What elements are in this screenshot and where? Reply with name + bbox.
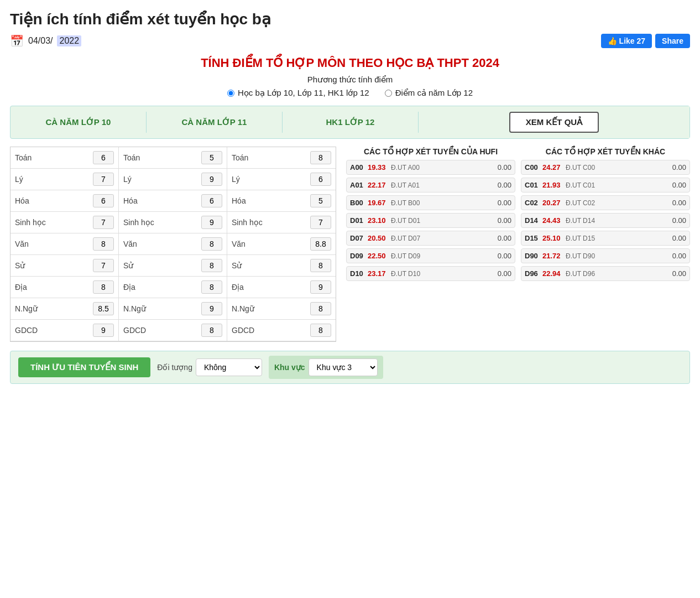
result-item-other-D96: D96 22.94 Đ.UT D96 0.00 — [521, 266, 690, 281]
date-text: 04/03/ — [28, 36, 53, 46]
result-dut-label: Đ.UT C02 — [566, 199, 666, 207]
main-title: TÍNH ĐIỂM TỔ HỢP MÔN THEO HỌC BẠ THPT 20… — [10, 56, 690, 70]
subj-name: Địa — [15, 283, 90, 292]
bottom-row: TÍNH ƯU TIÊN TUYỂN SINH Đối tượng KhôngƯ… — [10, 351, 690, 384]
doi-tuong-label: Đối tượng — [157, 363, 192, 372]
result-code: D10 — [350, 269, 365, 278]
subj-name: GDCD — [15, 326, 90, 335]
date-section: 📅 04/03/2022 — [10, 34, 81, 48]
subj-val-lop10[interactable] — [93, 194, 114, 207]
result-item-other-D90: D90 21.72 Đ.UT D90 0.00 — [521, 248, 690, 263]
subj-val-lop11[interactable] — [201, 280, 222, 294]
radio-input-2[interactable] — [385, 90, 392, 97]
subj-val-lop10[interactable] — [93, 216, 114, 229]
subj-cell-lop10-N.Ngữ: N.Ngữ — [11, 298, 119, 320]
subj-val-hk1[interactable] — [310, 259, 331, 272]
result-dut-val: 0.00 — [494, 269, 511, 278]
result-item-other-C01: C01 21.93 Đ.UT C01 0.00 — [521, 178, 690, 193]
radio-option-1[interactable]: Học bạ Lớp 10, Lớp 11, HK1 lớp 12 — [227, 88, 369, 98]
result-score: 21.72 — [542, 252, 563, 260]
subj-cell-lop10-Hóa: Hóa — [11, 190, 119, 212]
subj-val-lop10[interactable] — [93, 302, 114, 315]
doi-tuong-group: Đối tượng KhôngƯu tiên 1Ưu tiên 2 — [157, 358, 262, 376]
result-dut-label: Đ.UT D14 — [566, 217, 666, 225]
radio-input-1[interactable] — [227, 90, 234, 97]
result-code: C01 — [525, 181, 540, 189]
subj-val-hk1[interactable] — [310, 151, 331, 164]
khu-vuc-select[interactable]: Khu vực 1Khu vực 2Khu vực 2NTKhu vực 3 — [309, 358, 378, 376]
subj-val-lop11[interactable] — [201, 324, 222, 337]
subj-cell-hk1-Hóa: Hóa — [227, 190, 336, 212]
result-dut-val: 0.00 — [494, 199, 511, 207]
subj-val-hk1[interactable] — [310, 237, 331, 251]
subj-name: Sinh học — [123, 218, 198, 227]
subj-val-lop10[interactable] — [93, 280, 114, 294]
subj-name: Sử — [123, 261, 198, 270]
tinh-uu-tien-button[interactable]: TÍNH ƯU TIÊN TUYỂN SINH — [18, 357, 150, 377]
tab-ca-nam-lop-10[interactable]: CÀ NĂM LỚP 10 — [11, 112, 147, 133]
doi-tuong-select[interactable]: KhôngƯu tiên 1Ưu tiên 2 — [196, 358, 262, 376]
subj-cell-lop10-Văn: Văn — [11, 233, 119, 255]
result-score: 24.43 — [542, 216, 563, 225]
subj-val-hk1[interactable] — [310, 216, 331, 229]
subj-val-hk1[interactable] — [310, 280, 331, 294]
result-code: C00 — [525, 163, 540, 171]
subj-name: Địa — [123, 283, 198, 292]
result-dut-val: 0.00 — [494, 216, 511, 225]
result-code: A01 — [350, 181, 365, 189]
share-button[interactable]: Share — [655, 34, 690, 48]
result-score: 24.27 — [542, 163, 563, 171]
subj-val-hk1[interactable] — [310, 194, 331, 207]
subj-val-lop11[interactable] — [201, 237, 222, 251]
result-code: D07 — [350, 234, 365, 242]
subj-val-hk1[interactable] — [310, 324, 331, 337]
result-item-other-D15: D15 25.10 Đ.UT D15 0.00 — [521, 231, 690, 246]
subj-name: Hóa — [15, 196, 90, 205]
hufi-col-title: CÁC TỔ HỢP XÉT TUYỂN CỦA HUFI — [346, 147, 515, 157]
subj-name: Lý — [123, 175, 198, 184]
tab-ca-nam-lop-11[interactable]: CÀ NĂM LỚP 11 — [147, 112, 283, 133]
khu-vuc-group: Khu vực Khu vực 1Khu vực 2Khu vực 2NTKhu… — [269, 356, 383, 379]
result-dut-val: 0.00 — [668, 163, 686, 171]
subj-val-hk1[interactable] — [310, 173, 331, 186]
radio-option-2[interactable]: Điểm cả năm Lớp 12 — [385, 88, 473, 98]
result-item-B00: B00 19.67 Đ.UT B00 0.00 — [346, 195, 515, 210]
subj-val-lop11[interactable] — [201, 216, 222, 229]
subj-name: N.Ngữ — [123, 304, 198, 313]
subj-val-lop10[interactable] — [93, 237, 114, 251]
result-item-A01: A01 22.17 Đ.UT A01 0.00 — [346, 178, 515, 193]
subj-val-lop11[interactable] — [201, 259, 222, 272]
other-col: CÁC TỔ HỢP XÉT TUYỂN KHÁC C00 24.27 Đ.UT… — [521, 147, 690, 284]
subj-val-lop11[interactable] — [201, 173, 222, 186]
subj-name: Toán — [232, 153, 307, 162]
subj-cell-lop10-Địa: Địa — [11, 277, 119, 298]
result-score: 19.33 — [368, 163, 389, 171]
result-dut-label: Đ.UT D10 — [391, 270, 492, 278]
result-dut-val: 0.00 — [494, 234, 511, 242]
result-score: 25.10 — [542, 234, 563, 242]
result-dut-label: Đ.UT D07 — [391, 235, 492, 242]
subj-val-lop10[interactable] — [93, 324, 114, 337]
subj-val-hk1[interactable] — [310, 302, 331, 315]
subj-val-lop10[interactable] — [93, 151, 114, 164]
tab-xem-ket-qua[interactable]: XEM KẾT QUẢ — [419, 106, 689, 138]
hufi-results: A00 19.33 Đ.UT A00 0.00 A01 22.17 Đ.UT A… — [346, 160, 515, 281]
subj-val-lop11[interactable] — [201, 302, 222, 315]
like-button[interactable]: 👍 Like 27 — [601, 34, 652, 48]
calendar-icon: 📅 — [10, 34, 24, 48]
result-dut-val: 0.00 — [494, 163, 511, 171]
result-code: A00 — [350, 163, 365, 171]
result-dut-label: Đ.UT A01 — [391, 181, 492, 189]
subj-cell-lop11-Lý: Lý — [119, 169, 227, 190]
subj-val-lop10[interactable] — [93, 259, 114, 272]
result-item-D10: D10 23.17 Đ.UT D10 0.00 — [346, 266, 515, 281]
result-dut-label: Đ.UT D90 — [566, 252, 666, 260]
subj-val-lop10[interactable] — [93, 173, 114, 186]
result-code: D90 — [525, 252, 540, 260]
subj-val-lop11[interactable] — [201, 151, 222, 164]
result-score: 22.50 — [368, 252, 389, 260]
subj-val-lop11[interactable] — [201, 194, 222, 207]
xem-ket-qua-button[interactable]: XEM KẾT QUẢ — [509, 112, 599, 133]
subj-name: GDCD — [123, 326, 198, 335]
tab-hk1-lop-12[interactable]: HK1 LỚP 12 — [283, 112, 419, 133]
